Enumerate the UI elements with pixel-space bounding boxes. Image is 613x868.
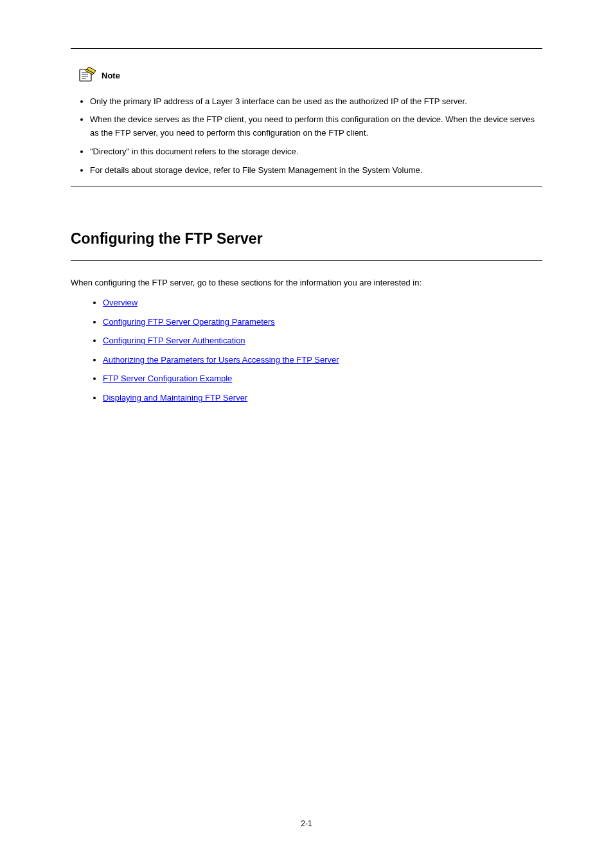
list-item: FTP Server Configuration Example <box>103 372 542 385</box>
list-item: Authorizing the Parameters for Users Acc… <box>103 354 542 366</box>
list-item: For details about storage device, refer … <box>90 164 542 177</box>
link-server-authentication[interactable]: Configuring FTP Server Authentication <box>103 336 245 345</box>
list-item: Overview <box>103 296 542 309</box>
notepad-icon <box>77 66 98 86</box>
chapter-intro-text: When configuring the FTP server, go to t… <box>71 276 542 289</box>
link-operating-parameters[interactable]: Configuring FTP Server Operating Paramet… <box>103 317 275 327</box>
chapter-link-list: Overview Configuring FTP Server Operatin… <box>71 296 542 404</box>
link-overview[interactable]: Overview <box>103 298 138 307</box>
note-header: Note <box>77 66 542 86</box>
link-displaying-maintaining[interactable]: Displaying and Maintaining FTP Server <box>103 393 247 402</box>
chapter-horizontal-rule <box>71 260 542 261</box>
top-horizontal-rule <box>71 48 542 49</box>
list-item: Only the primary IP address of a Layer 3… <box>90 95 542 109</box>
list-item: "Directory" in this document refers to t… <box>90 145 542 159</box>
link-config-example[interactable]: FTP Server Configuration Example <box>103 374 232 383</box>
note-bullet-list: Only the primary IP address of a Layer 3… <box>71 95 542 177</box>
list-item: Configuring FTP Server Authentication <box>103 334 542 347</box>
list-item: Configuring FTP Server Operating Paramet… <box>103 316 542 329</box>
list-item: When the device serves as the FTP client… <box>90 113 542 140</box>
chapter-title: Configuring the FTP Server <box>71 228 542 250</box>
note-label: Note <box>102 69 120 82</box>
list-item: Displaying and Maintaining FTP Server <box>103 392 542 404</box>
note-bottom-rule <box>71 186 542 186</box>
page-number: 2-1 <box>301 818 312 829</box>
link-authorizing-parameters[interactable]: Authorizing the Parameters for Users Acc… <box>103 355 339 365</box>
